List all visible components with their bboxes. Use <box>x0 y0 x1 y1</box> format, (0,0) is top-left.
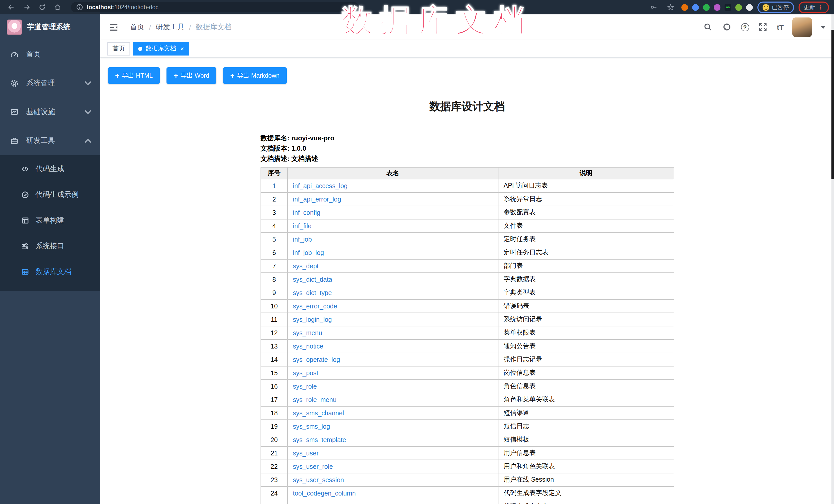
font-size-icon[interactable]: tT <box>777 23 784 31</box>
table-name-link[interactable]: sys_role_menu <box>293 396 336 403</box>
forward-icon[interactable] <box>23 3 31 11</box>
row-desc: 岗位信息表 <box>498 366 674 379</box>
export-html-button[interactable]: 导出 HTML <box>108 67 160 84</box>
doc-version-label: 文档版本: <box>261 145 289 152</box>
table-row: 1inf_api_access_logAPI 访问日志表 <box>261 179 674 193</box>
export-word-button[interactable]: 导出 Word <box>167 67 216 84</box>
row-table-name: inf_file <box>287 219 498 233</box>
tampermonkey-paused-badge[interactable]: 已暂停 <box>758 1 794 13</box>
row-desc: 菜单权限表 <box>498 326 674 339</box>
row-table-name: tool_codegen_table <box>287 500 498 504</box>
sidebar-item-system[interactable]: 系统管理 <box>0 69 100 98</box>
extension-puzzle-icon[interactable] <box>746 4 753 10</box>
viewport: localhost:1024/tool/db-doc on 已暂停 更新 ⋮ <box>0 0 834 504</box>
table-name-link[interactable]: inf_job <box>293 236 312 243</box>
sidebar-item-label: 首页 <box>26 50 41 59</box>
table-name-link[interactable]: inf_job_log <box>293 249 324 256</box>
tag-db-doc[interactable]: 数据库文档 <box>133 42 189 55</box>
table-row: 21sys_user用户信息表 <box>261 446 674 460</box>
breadcrumb-dev-tools[interactable]: 研发工具 <box>156 22 184 31</box>
table-name-link[interactable]: sys_dept <box>293 262 319 270</box>
table-name-link[interactable]: inf_file <box>293 222 311 229</box>
back-icon[interactable] <box>7 3 16 11</box>
table-name-link[interactable]: sys_user_role <box>293 463 333 470</box>
breadcrumb-home[interactable]: 首页 <box>130 22 145 31</box>
row-desc: 代码生成表字段定义 <box>498 486 674 500</box>
tag-close-icon[interactable] <box>180 45 184 52</box>
home-icon[interactable] <box>53 3 62 11</box>
page-scrollbar[interactable] <box>831 15 834 504</box>
sidebar-item-code-generation[interactable]: 代码生成 <box>0 156 100 182</box>
table-name-link[interactable]: sys_role <box>293 383 317 390</box>
chrome-update-button[interactable]: 更新 ⋮ <box>798 1 829 13</box>
fullscreen-icon[interactable] <box>758 22 768 32</box>
table-row: 18sys_sms_channel短信渠道 <box>261 406 674 420</box>
table-row: 10sys_error_code错误码表 <box>261 300 674 313</box>
row-table-name: sys_sms_template <box>287 433 498 446</box>
table-name-link[interactable]: sys_user_session <box>293 476 344 483</box>
row-table-name: inf_job <box>287 233 498 246</box>
table-name-link[interactable]: tool_codegen_column <box>293 489 356 497</box>
db-name-line: 数据库名: ruoyi-vue-pro <box>261 133 674 144</box>
document-title: 数据库设计文档 <box>261 99 674 114</box>
toolbox-icon <box>10 137 19 145</box>
reload-icon[interactable] <box>38 3 46 11</box>
extension-on-icon[interactable]: on <box>725 4 731 10</box>
row-table-name: sys_sms_channel <box>287 406 498 420</box>
table-name-link[interactable]: inf_config <box>293 209 321 216</box>
row-table-name: sys_user_session <box>287 473 498 486</box>
table-name-link[interactable]: sys_sms_log <box>293 423 330 430</box>
sidebar-item-code-example[interactable]: 代码生成示例 <box>0 182 100 208</box>
table-name-link[interactable]: sys_operate_log <box>293 356 340 363</box>
gear-icon <box>10 79 19 87</box>
col-header-name: 表名 <box>287 167 498 179</box>
table-name-link[interactable]: inf_api_error_log <box>293 196 341 203</box>
row-index: 22 <box>261 460 287 473</box>
extension-pin-icon[interactable] <box>692 4 699 10</box>
table-row: 12sys_menu菜单权限表 <box>261 326 674 339</box>
app-logo-row[interactable]: 芋道管理系统 <box>0 15 100 40</box>
sidebar-item-form-builder[interactable]: 表单构建 <box>0 208 100 233</box>
url-bar[interactable]: localhost:1024/tool/db-doc <box>71 2 359 12</box>
row-table-name: inf_config <box>287 206 498 219</box>
tag-home[interactable]: 首页 <box>107 42 130 55</box>
table-row: 9sys_dict_type字典类型表 <box>261 286 674 300</box>
row-desc: 文件表 <box>498 219 674 233</box>
user-avatar[interactable] <box>792 17 812 37</box>
github-icon[interactable] <box>722 22 732 32</box>
active-tag-dot <box>138 46 142 51</box>
site-info-icon[interactable] <box>75 3 84 11</box>
bookmark-star-icon[interactable] <box>666 3 675 11</box>
extension-orange-icon[interactable] <box>681 4 688 10</box>
table-name-link[interactable]: sys_sms_channel <box>293 410 344 417</box>
sidebar-collapse-icon[interactable] <box>108 22 119 32</box>
table-name-link[interactable]: sys_user <box>293 450 319 457</box>
password-key-icon[interactable] <box>650 3 658 11</box>
extension-leaf-icon[interactable] <box>736 4 742 10</box>
scrollbar-thumb[interactable] <box>831 30 834 179</box>
extension-grid-icon[interactable] <box>714 4 720 10</box>
extension-check-icon[interactable] <box>703 4 710 10</box>
export-markdown-button[interactable]: 导出 Markdown <box>223 67 287 84</box>
table-name-link[interactable]: sys_dict_data <box>293 276 332 283</box>
table-name-link[interactable]: sys_post <box>293 369 319 376</box>
help-icon[interactable] <box>741 23 749 31</box>
user-menu-caret-icon[interactable] <box>821 25 826 28</box>
search-icon[interactable] <box>703 22 713 32</box>
sidebar-item-db-doc[interactable]: 数据库文档 <box>0 259 100 285</box>
sidebar-item-home[interactable]: 首页 <box>0 40 100 69</box>
table-name-link[interactable]: sys_notice <box>293 343 323 350</box>
row-index: 8 <box>261 273 287 286</box>
table-name-link[interactable]: sys_error_code <box>293 303 337 310</box>
table-name-link[interactable]: inf_api_access_log <box>293 182 348 190</box>
sidebar-item-system-api[interactable]: 系统接口 <box>0 233 100 259</box>
table-name-link[interactable]: sys_sms_template <box>293 436 346 443</box>
sidebar-item-dev-tools[interactable]: 研发工具 <box>0 127 100 155</box>
browser-menu-icon[interactable]: ⋮ <box>817 5 824 10</box>
table-name-link[interactable]: sys_menu <box>293 329 322 336</box>
table-name-link[interactable]: sys_dict_type <box>293 289 332 296</box>
table-name-link[interactable]: sys_login_log <box>293 316 332 323</box>
sidebar-item-infrastructure[interactable]: 基础设施 <box>0 98 100 127</box>
table-name-link[interactable]: tool_codegen_table <box>293 503 349 504</box>
sidebar-item-label: 系统管理 <box>26 79 55 88</box>
